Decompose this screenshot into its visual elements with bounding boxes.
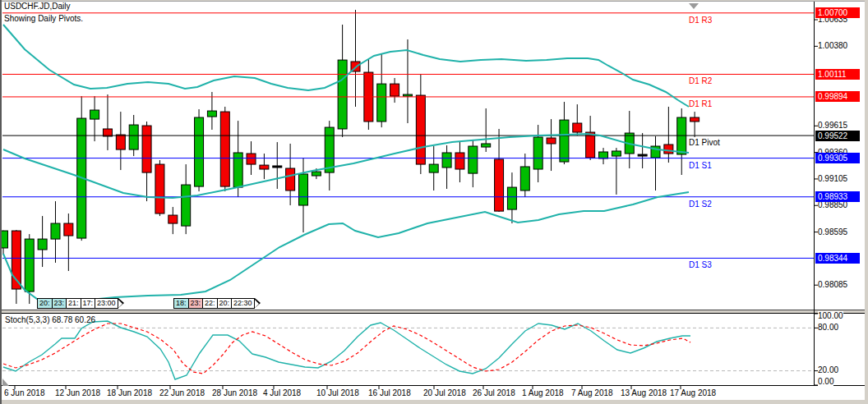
candle bbox=[207, 111, 216, 117]
price-axis-label: 0.99105 bbox=[818, 174, 847, 184]
candle bbox=[155, 164, 164, 213]
candle bbox=[390, 84, 399, 96]
candle bbox=[247, 154, 256, 164]
candle bbox=[90, 110, 99, 119]
price-axis-label: 1.00380 bbox=[818, 41, 847, 51]
right-window-border bbox=[865, 0, 868, 404]
stoch-indicator-label: Stoch(5,3,3) 68.78 60.26 bbox=[5, 315, 95, 324]
candle bbox=[299, 174, 308, 205]
time-marker-cell: 22: bbox=[202, 298, 218, 309]
candle bbox=[429, 164, 438, 172]
candle bbox=[169, 215, 178, 223]
date-axis-label[interactable]: 17 Aug 2018 bbox=[670, 388, 716, 397]
candle bbox=[469, 146, 478, 173]
date-axis-label[interactable]: 13 Aug 2018 bbox=[621, 388, 667, 397]
pivot-level-label: D1 R2 bbox=[689, 76, 712, 85]
stoch-axis-label: 100.00 bbox=[818, 311, 843, 321]
date-axis-label[interactable]: 7 Aug 2018 bbox=[571, 388, 613, 397]
candle bbox=[38, 239, 47, 250]
date-axis-label[interactable]: 10 Jul 2018 bbox=[316, 388, 359, 397]
time-marker-cell: 23: bbox=[188, 298, 204, 309]
time-marker-group: 18:23:22:20:22:30 bbox=[174, 298, 255, 309]
candle bbox=[586, 132, 595, 158]
price-axis-badge: 1.00700 bbox=[815, 7, 860, 18]
time-marker-cell: 23: bbox=[52, 298, 67, 309]
price-axis-label: 0.99615 bbox=[818, 121, 847, 131]
candle bbox=[25, 239, 34, 292]
date-axis-label[interactable]: 22 Jun 2018 bbox=[159, 388, 205, 397]
time-marker-arrow-fill bbox=[118, 300, 122, 308]
time-marker-arrow-fill bbox=[255, 300, 259, 308]
candle bbox=[64, 223, 73, 236]
price-axis-label: 0.98085 bbox=[818, 280, 847, 290]
pivot-level-label: D1 S2 bbox=[689, 200, 712, 209]
chart-comment: Showing Daily Pivots. bbox=[4, 14, 83, 24]
candle bbox=[325, 127, 334, 172]
date-axis-label[interactable]: 4 Jul 2018 bbox=[263, 388, 301, 397]
stoch-axis-label: 80.00 bbox=[818, 323, 838, 333]
candle bbox=[612, 151, 621, 156]
pivot-level-label: D1 Pivot bbox=[689, 138, 720, 147]
candle bbox=[416, 95, 425, 164]
candle bbox=[638, 154, 647, 156]
time-marker-cell: 17: bbox=[81, 298, 96, 309]
candle bbox=[312, 172, 321, 176]
candle bbox=[495, 159, 504, 211]
chart-canvas[interactable] bbox=[0, 0, 868, 404]
candle bbox=[403, 94, 412, 96]
price-axis-badge: 0.98344 bbox=[815, 253, 860, 264]
pivot-level-label: D1 R1 bbox=[689, 99, 712, 108]
candle bbox=[195, 117, 204, 186]
chart-background[interactable] bbox=[2, 1, 865, 400]
candle bbox=[220, 112, 229, 186]
pane-divider[interactable] bbox=[2, 310, 865, 314]
candle bbox=[142, 126, 151, 172]
pivot-level-label: D1 S1 bbox=[689, 161, 712, 170]
candle bbox=[260, 165, 269, 169]
price-axis-badge: 0.98933 bbox=[815, 191, 860, 202]
time-marker-cell: 18: bbox=[173, 298, 189, 309]
candle bbox=[273, 166, 282, 168]
candle bbox=[547, 138, 556, 144]
price-axis-badge: 0.99894 bbox=[815, 91, 860, 102]
time-marker-cell: 23:00 bbox=[95, 298, 118, 309]
candle bbox=[482, 144, 491, 147]
candle bbox=[286, 168, 295, 191]
date-axis-label[interactable]: 28 Jun 2018 bbox=[212, 388, 257, 397]
date-axis-label[interactable]: 16 Jul 2018 bbox=[368, 388, 411, 397]
candle bbox=[533, 137, 542, 169]
candle bbox=[455, 153, 464, 169]
stoch-axis-label: 20.00 bbox=[818, 365, 838, 375]
price-axis-badge: 1.00111 bbox=[815, 69, 860, 80]
time-marker-cell: 20: bbox=[37, 298, 53, 309]
candle bbox=[560, 120, 569, 162]
candle bbox=[690, 117, 699, 122]
candle bbox=[116, 135, 125, 149]
bottom-window-border bbox=[0, 400, 868, 404]
date-axis-label[interactable]: 18 Jun 2018 bbox=[107, 388, 152, 397]
candle bbox=[129, 125, 138, 149]
chart-title: USDCHF.JD,Daily bbox=[4, 2, 71, 11]
candle bbox=[377, 84, 386, 122]
candle bbox=[507, 187, 516, 209]
pivot-level-label: D1 S3 bbox=[689, 260, 712, 269]
price-axis-badge: 0.99305 bbox=[815, 153, 860, 163]
price-axis-badge: 0.99522 bbox=[815, 131, 860, 141]
candle bbox=[520, 167, 529, 191]
price-axis-label: 0.98595 bbox=[818, 227, 847, 237]
candle bbox=[51, 223, 60, 239]
candle bbox=[573, 123, 582, 132]
date-axis-label[interactable]: 6 Jun 2018 bbox=[4, 388, 45, 397]
candle bbox=[442, 153, 451, 168]
date-axis-label[interactable]: 26 Jul 2018 bbox=[473, 388, 515, 397]
pivot-level-label: D1 R3 bbox=[689, 16, 712, 25]
date-axis-label[interactable]: 20 Jul 2018 bbox=[423, 388, 466, 397]
mt4-chart-window: USDCHF.JD,Daily Showing Daily Pivots. St… bbox=[0, 0, 868, 404]
stoch-axis-label: 0.00 bbox=[818, 377, 833, 387]
candle bbox=[182, 185, 191, 226]
date-axis-label[interactable]: 1 Aug 2018 bbox=[522, 388, 564, 397]
date-axis-label[interactable]: 12 Jun 2018 bbox=[55, 388, 100, 397]
time-marker-cell: 21: bbox=[66, 298, 81, 309]
candle bbox=[338, 60, 347, 129]
time-marker-group: 20:23:21:17:23:00 bbox=[38, 298, 118, 309]
